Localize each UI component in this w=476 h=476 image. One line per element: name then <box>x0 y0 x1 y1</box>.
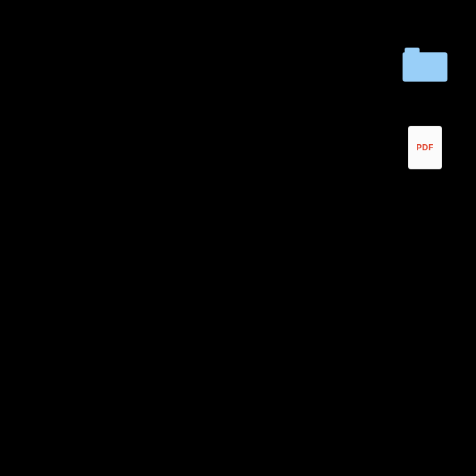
desktop-item-pdf[interactable]: PDF <box>397 126 453 172</box>
folder-icon <box>403 48 447 82</box>
pdf-document-icon: PDF <box>408 126 442 169</box>
pdf-badge: PDF <box>416 143 434 152</box>
desktop-item-folder[interactable] <box>397 48 453 84</box>
